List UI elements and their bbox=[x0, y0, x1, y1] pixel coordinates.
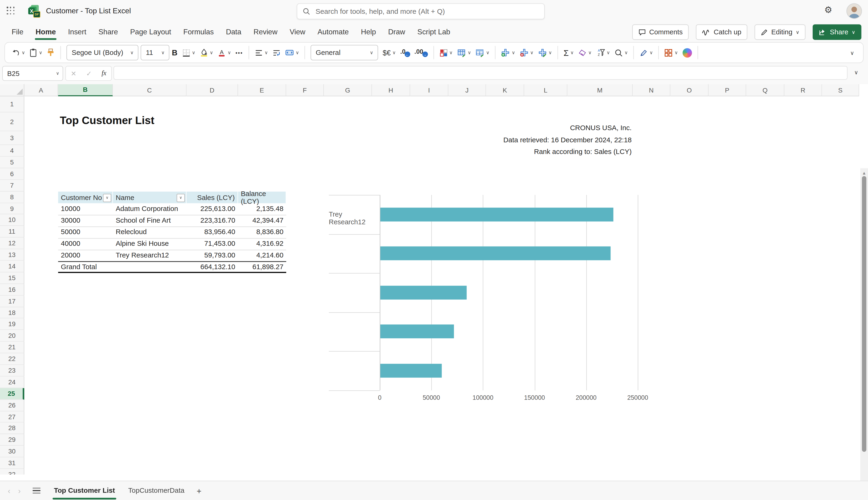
chart-bar[interactable] bbox=[380, 207, 613, 221]
cell-styles-button[interactable]: ∨ bbox=[473, 45, 492, 60]
row-header-9[interactable]: 9 bbox=[0, 203, 24, 215]
add-sheet-button[interactable]: + bbox=[196, 486, 202, 495]
app-launcher-icon[interactable] bbox=[7, 7, 15, 15]
ink-button[interactable]: ∨ bbox=[637, 45, 655, 60]
wrap-text-button[interactable] bbox=[270, 45, 283, 60]
fill-color-button[interactable]: ∨ bbox=[197, 45, 215, 60]
table-cell[interactable]: School of Fine Art bbox=[113, 215, 186, 226]
menu-tab-insert[interactable]: Insert bbox=[62, 22, 92, 41]
table-header-balance-lcy-[interactable]: Balance (LCY) bbox=[238, 192, 286, 203]
row-header-28[interactable]: 28 bbox=[0, 423, 24, 434]
table-cell[interactable]: Relecloud bbox=[113, 226, 186, 238]
column-header-D[interactable]: D bbox=[186, 84, 238, 96]
column-header-M[interactable]: M bbox=[568, 84, 633, 96]
column-header-I[interactable]: I bbox=[410, 84, 448, 96]
font-color-button[interactable]: A ∨ bbox=[215, 45, 233, 60]
table-cell[interactable]: 225,613.00 bbox=[186, 203, 238, 215]
menu-tab-automate[interactable]: Automate bbox=[311, 22, 355, 41]
column-header-C[interactable]: C bbox=[113, 84, 186, 96]
filter-dropdown-icon[interactable]: ∨ bbox=[103, 193, 112, 202]
menu-tab-script-lab[interactable]: Script Lab bbox=[411, 22, 456, 41]
formula-bar-expand-chevron[interactable]: ∨ bbox=[854, 69, 858, 75]
search-input[interactable] bbox=[315, 7, 544, 16]
format-painter-button[interactable] bbox=[45, 45, 57, 60]
table-header-customer-no[interactable]: Customer No∨ bbox=[58, 192, 113, 203]
menu-tab-file[interactable]: File bbox=[5, 22, 30, 41]
row-header-25[interactable]: 25 bbox=[0, 388, 24, 400]
editing-mode-button[interactable]: Editing ∨ bbox=[755, 24, 806, 40]
row-header-24[interactable]: 24 bbox=[0, 376, 24, 388]
formula-input[interactable] bbox=[114, 66, 848, 80]
table-cell[interactable]: 42,394.47 bbox=[238, 215, 286, 226]
grand-total-balance[interactable]: 61,898.27 bbox=[238, 262, 286, 272]
row-header-4[interactable]: 4 bbox=[0, 145, 24, 157]
column-header-Q[interactable]: Q bbox=[746, 84, 784, 96]
search-box[interactable] bbox=[297, 3, 545, 19]
table-cell[interactable]: 223,316.70 bbox=[186, 215, 238, 226]
row-header-8[interactable]: 8 bbox=[0, 191, 24, 203]
table-header-name[interactable]: Name∨ bbox=[113, 192, 186, 203]
conditional-formatting-button[interactable]: ∨ bbox=[437, 45, 455, 60]
chart-bar[interactable] bbox=[380, 325, 454, 339]
increase-decimal-button[interactable]: .00 → bbox=[412, 45, 430, 60]
column-header-P[interactable]: P bbox=[709, 84, 746, 96]
row-header-7[interactable]: 7 bbox=[0, 180, 24, 192]
table-cell[interactable]: 20000 bbox=[58, 250, 113, 261]
font-size-select[interactable]: 11 ∨ bbox=[141, 45, 170, 60]
column-header-S[interactable]: S bbox=[822, 84, 859, 96]
user-avatar[interactable] bbox=[846, 3, 862, 19]
grid-body[interactable]: Top Customer List CRONUS USA, Inc. Data … bbox=[24, 96, 860, 475]
table-cell[interactable]: 8,836.80 bbox=[238, 226, 286, 238]
font-name-select[interactable]: Segoe UI (Body) ∨ bbox=[67, 45, 139, 60]
menu-tab-formulas[interactable]: Formulas bbox=[177, 22, 220, 41]
number-format-select[interactable]: General ∨ bbox=[311, 45, 378, 60]
row-header-1[interactable]: 1 bbox=[0, 96, 24, 112]
column-header-H[interactable]: H bbox=[372, 84, 410, 96]
filter-dropdown-icon[interactable]: ∨ bbox=[176, 193, 185, 202]
chart-bar[interactable] bbox=[380, 286, 467, 299]
column-header-F[interactable]: F bbox=[286, 84, 324, 96]
menu-tab-review[interactable]: Review bbox=[248, 22, 284, 41]
menu-tab-draw[interactable]: Draw bbox=[382, 22, 411, 41]
scroll-up-icon[interactable]: ▲ bbox=[862, 171, 866, 175]
row-header-17[interactable]: 17 bbox=[0, 296, 24, 307]
align-button[interactable]: ∨ bbox=[252, 45, 270, 60]
currency-format-button[interactable]: $€ ∨ bbox=[380, 45, 398, 60]
share-button[interactable]: Share ∨ bbox=[813, 24, 861, 40]
cancel-entry-icon[interactable]: ✕ bbox=[71, 69, 77, 77]
sheet-view-button[interactable]: ∨ bbox=[662, 45, 680, 60]
format-as-table-button[interactable]: ∨ bbox=[455, 45, 473, 60]
row-header-14[interactable]: 14 bbox=[0, 261, 24, 272]
table-cell[interactable]: 71,453.00 bbox=[186, 238, 238, 250]
column-header-O[interactable]: O bbox=[670, 84, 708, 96]
menu-tab-page-layout[interactable]: Page Layout bbox=[124, 22, 177, 41]
column-header-B[interactable]: B bbox=[58, 84, 113, 96]
row-header-23[interactable]: 23 bbox=[0, 365, 24, 377]
grand-total-sales[interactable]: 664,132.10 bbox=[186, 262, 238, 272]
table-cell[interactable]: 83,956.40 bbox=[186, 226, 238, 238]
row-header-5[interactable]: 5 bbox=[0, 157, 24, 169]
delete-cells-button[interactable]: ∨ bbox=[517, 45, 536, 60]
table-cell[interactable]: 40000 bbox=[58, 238, 113, 250]
row-header-31[interactable]: 31 bbox=[0, 457, 24, 469]
row-header-3[interactable]: 3 bbox=[0, 131, 24, 145]
copilot-button[interactable] bbox=[680, 45, 694, 60]
vertical-scroll-thumb[interactable] bbox=[862, 176, 866, 452]
menu-tab-share[interactable]: Share bbox=[92, 22, 124, 41]
row-header-12[interactable]: 12 bbox=[0, 238, 24, 249]
row-header-13[interactable]: 13 bbox=[0, 249, 24, 261]
chart-bar[interactable] bbox=[380, 364, 442, 377]
table-header-sales-lcy-[interactable]: Sales (LCY) bbox=[186, 192, 238, 203]
row-header-16[interactable]: 16 bbox=[0, 284, 24, 296]
grand-total-label[interactable]: Grand Total bbox=[58, 262, 113, 272]
table-cell[interactable]: 2,135.48 bbox=[238, 203, 286, 215]
format-cells-button[interactable]: ∨ bbox=[536, 45, 554, 60]
table-cell[interactable]: 30000 bbox=[58, 215, 113, 226]
more-font-options-button[interactable]: ••• bbox=[233, 45, 245, 60]
sheet-tab-top-customer-list[interactable]: Top Customer List bbox=[54, 481, 115, 500]
find-button[interactable]: ∨ bbox=[612, 45, 630, 60]
table-cell[interactable]: 50000 bbox=[58, 226, 113, 238]
vertical-scrollbar[interactable]: ▲ bbox=[860, 168, 868, 500]
table-cell[interactable]: 59,793.00 bbox=[186, 250, 238, 261]
column-header-R[interactable]: R bbox=[784, 84, 822, 96]
